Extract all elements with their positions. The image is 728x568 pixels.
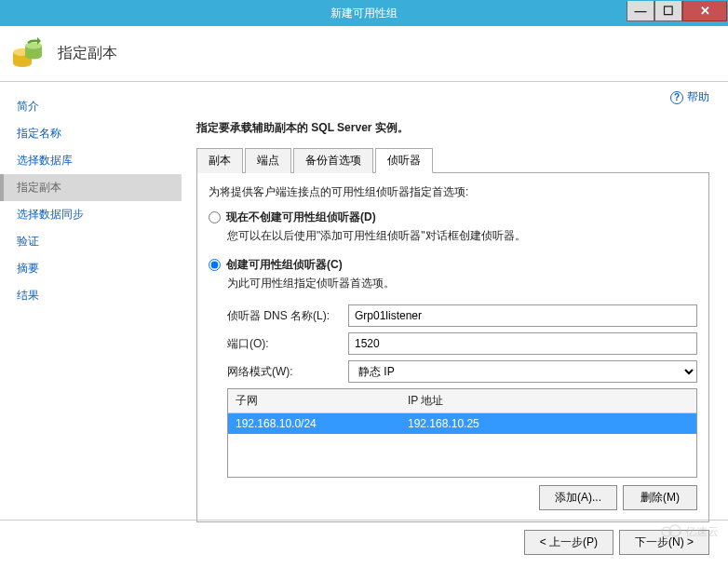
radio-no-listener-label: 现在不创建可用性组侦听器(D) (226, 210, 376, 225)
radio-no-listener[interactable] (209, 211, 221, 223)
header: 指定副本 (0, 26, 728, 82)
title-bar: 新建可用性组 — ☐ ✕ (0, 0, 728, 26)
tab-backup-pref[interactable]: 备份首选项 (293, 148, 373, 173)
grid-header: 子网 IP 地址 (228, 389, 696, 413)
sidebar-item-intro[interactable]: 简介 (0, 93, 182, 120)
window-title: 新建可用性组 (330, 6, 398, 21)
svg-point-5 (25, 42, 42, 48)
footer: < 上一步(P) 下一步(N) > (0, 520, 728, 564)
help-icon: ? (670, 91, 683, 104)
port-label: 端口(O): (227, 336, 348, 352)
radio-create-listener-label: 创建可用性组侦听器(C) (226, 257, 343, 273)
prev-button[interactable]: < 上一步(P) (524, 530, 613, 555)
ip-grid: 子网 IP 地址 192.168.10.0/24 192.168.10.25 (227, 388, 697, 478)
wizard-icon (9, 35, 47, 73)
grid-row[interactable]: 192.168.10.0/24 192.168.10.25 (228, 413, 696, 434)
col-ip-header[interactable]: IP 地址 (400, 389, 696, 412)
sidebar: 简介 指定名称 选择数据库 指定副本 选择数据同步 验证 摘要 结果 (0, 82, 182, 520)
maximize-button[interactable]: ☐ (654, 1, 682, 21)
sidebar-item-replicas[interactable]: 指定副本 (0, 174, 182, 201)
tab-replicas[interactable]: 副本 (196, 148, 243, 173)
instruction-text: 指定要承载辅助副本的 SQL Server 实例。 (196, 120, 709, 136)
sidebar-item-result[interactable]: 结果 (0, 282, 182, 309)
tab-content: 为将提供客户端连接点的可用性组侦听器指定首选项: 现在不创建可用性组侦听器(D)… (196, 173, 709, 522)
window-controls: — ☐ ✕ (627, 1, 727, 21)
next-button[interactable]: 下一步(N) > (619, 530, 709, 555)
close-button[interactable]: ✕ (682, 1, 727, 21)
sidebar-item-data-sync[interactable]: 选择数据同步 (0, 201, 182, 228)
listener-desc: 为将提供客户端连接点的可用性组侦听器指定首选项: (209, 184, 697, 200)
add-button[interactable]: 添加(A)... (539, 485, 617, 510)
sidebar-item-summary[interactable]: 摘要 (0, 255, 182, 282)
grid-empty-area (228, 434, 696, 477)
sidebar-item-name[interactable]: 指定名称 (0, 120, 182, 147)
radio-create-listener[interactable] (209, 259, 221, 271)
page-title: 指定副本 (58, 44, 117, 63)
main-panel: ? 帮助 指定要承载辅助副本的 SQL Server 实例。 副本 端点 备份首… (182, 82, 728, 520)
netmode-label: 网络模式(W): (227, 364, 348, 380)
tab-strip: 副本 端点 备份首选项 侦听器 (196, 147, 709, 173)
port-input[interactable] (348, 332, 697, 355)
cell-ip: 192.168.10.25 (400, 413, 696, 434)
help-label: 帮助 (687, 89, 709, 105)
netmode-select[interactable]: 静态 IP (348, 360, 697, 383)
help-link[interactable]: ? 帮助 (670, 89, 709, 105)
minimize-button[interactable]: — (627, 1, 654, 21)
radio-create-listener-desc: 为此可用性组指定侦听器首选项。 (227, 273, 697, 297)
dns-input[interactable] (348, 304, 697, 327)
sidebar-item-select-db[interactable]: 选择数据库 (0, 147, 182, 174)
radio-no-listener-desc: 您可以在以后使用"添加可用性组侦听器"对话框创建侦听器。 (227, 225, 697, 250)
remove-button[interactable]: 删除(M) (623, 485, 697, 510)
cell-subnet: 192.168.10.0/24 (228, 413, 400, 434)
col-subnet-header[interactable]: 子网 (228, 389, 400, 412)
tab-endpoints[interactable]: 端点 (245, 148, 291, 173)
dns-label: 侦听器 DNS 名称(L): (227, 308, 348, 324)
tab-listener[interactable]: 侦听器 (375, 148, 433, 173)
sidebar-item-validate[interactable]: 验证 (0, 228, 182, 255)
